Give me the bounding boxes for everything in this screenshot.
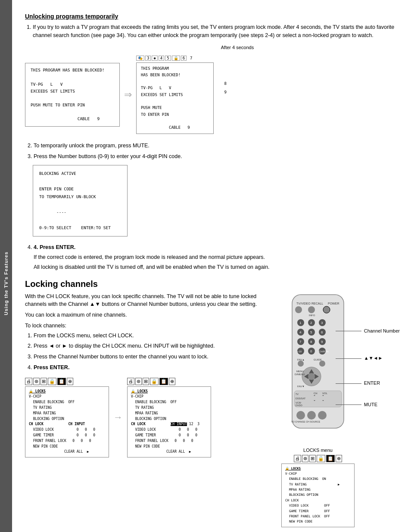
- svg-text:6: 6: [321, 330, 323, 334]
- locks-icons-left: 🖨 ⊛ ⊞ 🔒 📋 ⊕: [25, 378, 109, 385]
- locks-menu-screen: 🔒 LOCKS V-CHIP ENABLE BLOCKING ON TV RAT…: [281, 464, 355, 527]
- locks-menu-icons: 🖨 ⊛ ⊞ 🔒 📋 ⊕: [275, 455, 361, 462]
- two-col-layout: With the CH LOCK feature, you can lock s…: [25, 292, 398, 532]
- arrow-right-icon: ⇒: [124, 89, 132, 100]
- svg-text:DSS/SAT: DSS/SAT: [296, 397, 306, 400]
- locking-step4-text: Press ENTER.: [34, 364, 69, 370]
- svg-text:D/MENU: D/MENU: [295, 373, 305, 376]
- channel-icon-area: 🎭 3 ✱ 4 5 🔒 6: [136, 56, 187, 61]
- locks-screen-left: 🔒 LOCKS V-CHIP ENABLE BLOCKING OFF TV RA…: [25, 386, 109, 458]
- enter-label: ENTER: [364, 379, 380, 388]
- svg-text:9: 9: [321, 340, 323, 344]
- section2-steps-list: From the LOCKS menu, select CH LOCK. Pre…: [34, 332, 266, 372]
- section1-steps: If you try to watch a TV program that ex…: [33, 23, 398, 40]
- after4seconds-label-wrap: After 4 seconds: [77, 44, 398, 50]
- svg-text:INFO: INFO: [309, 314, 315, 317]
- enter-label-wrap: ENTER: [336, 379, 400, 388]
- section1-step4-list: 4. Press ENTER. If the correct code is e…: [34, 243, 398, 271]
- tv-line-small: THIS PROGRAM HAS BEEN BLOCKED! TV-PG L V…: [141, 65, 209, 131]
- section1-intro-text: If you try to watch a TV program that ex…: [33, 24, 394, 38]
- screens-row: THIS PROGRAM HAS BEEN BLOCKED! TV-PG L V…: [25, 56, 398, 134]
- svg-text:1: 1: [299, 321, 302, 325]
- channel-number-label-wrap: Channel Number: [336, 327, 400, 336]
- step2-text: To temporarily unlock the program, press…: [34, 143, 149, 149]
- section1-step2: To temporarily unlock the program, press…: [34, 142, 398, 150]
- svg-text:5: 5: [310, 330, 312, 334]
- channel-icon-8: 89: [224, 81, 227, 94]
- arrow-label-wrap: ▲▼◄►: [336, 354, 400, 363]
- side-tab: Using the TV's Features: [0, 0, 12, 532]
- step3-text: Press the Number buttons (0-9) to enter …: [34, 153, 182, 159]
- left-col: With the CH LOCK feature, you can lock s…: [25, 292, 266, 532]
- svg-text:8: 8: [310, 340, 312, 344]
- locks-screen-left-wrap: 🖨 ⊛ ⊞ 🔒 📋 ⊕ 🔒 LOCKS V-CHIP: [25, 378, 109, 458]
- mute-label-wrap: MUTE: [336, 401, 400, 409]
- section-unlocking: Unlocking programs temporarily If you tr…: [25, 13, 398, 271]
- locking-step1-text: From the LOCKS menu, select CH LOCK.: [34, 333, 134, 339]
- section1-step4: 4. Press ENTER. If the correct code is e…: [34, 243, 398, 271]
- section2-step4: Press ENTER.: [34, 364, 266, 372]
- mute-label: MUTE: [364, 401, 377, 409]
- svg-point-41: [308, 373, 315, 380]
- side-tab-label: Using the TV's Features: [3, 251, 9, 315]
- tv-screen-blocked-small: THIS PROGRAM HAS BEEN BLOCKED! TV-PG L V…: [136, 62, 214, 134]
- svg-text:3: 3: [321, 321, 323, 325]
- svg-text:+10: +10: [297, 350, 302, 353]
- blocking-active-screen: BLOCKING ACTIVE ENTER PIN CODE TO TEMPOR…: [33, 165, 128, 236]
- svg-point-56: [296, 411, 305, 420]
- svg-text:0: 0: [310, 349, 312, 353]
- locks-menu-right-wrap: LOCKS menu 🖨 ⊛ ⊞ 🔒 📋 ⊕ 🔒 LO: [275, 448, 361, 532]
- svg-text:4: 4: [299, 330, 302, 334]
- section2-max: You can lock a maximum of nine channels.: [25, 311, 266, 319]
- locks-icons-right: 🖨 ⊛ ⊞ 🔒 📋 ⊕: [127, 378, 211, 385]
- locking-step2-text: Press ◄ or ► to display the CH LOCK menu…: [34, 343, 215, 349]
- tv-line: THIS PROGRAM HAS BEEN BLOCKED! TV-PG L V…: [31, 67, 114, 122]
- svg-text:TV: TV: [296, 393, 299, 395]
- section-locking: Locking channels With the CH LOCK featur…: [25, 279, 398, 532]
- section1-step1: If you try to watch a TV program that ex…: [33, 23, 398, 40]
- svg-text:7: 7: [299, 340, 302, 344]
- blocking-line: BLOCKING ACTIVE ENTER PIN CODE TO TEMPOR…: [39, 170, 121, 232]
- locks-screens-row: 🖨 ⊛ ⊞ 🔒 📋 ⊕ 🔒 LOCKS V-CHIP: [25, 378, 266, 458]
- step4-detail2: All locking is disabled until the TV is …: [34, 263, 398, 271]
- right-col: TV/VIDEO RECALL POWER INFO 1: [275, 292, 361, 532]
- section2-to-lock: To lock channels:: [25, 322, 266, 330]
- svg-text:MENU: MENU: [296, 370, 304, 373]
- svg-point-5: [308, 306, 315, 313]
- channel-icons-top: 🎭 3 ✱ 4 5 🔒 6 7: [136, 56, 214, 61]
- svg-text:CH: CH: [314, 392, 318, 395]
- arrow-label: ▲▼◄►: [364, 354, 383, 363]
- svg-text:TO CHANGE CH SOURCE: TO CHANGE CH SOURCE: [291, 420, 320, 423]
- step4-label: 4. Press ENTER.: [34, 244, 75, 250]
- main-content: Unlocking programs temporarily If you tr…: [12, 0, 411, 532]
- section2-title: Locking channels: [25, 279, 398, 289]
- channel-number-label: Channel Number: [364, 327, 400, 336]
- svg-point-6: [323, 306, 330, 313]
- svg-point-34: [298, 361, 304, 367]
- svg-point-35: [319, 361, 325, 367]
- locks-screen-right: 🔒 LOCKS V-CHIP ENABLE BLOCKING OFF TV RA…: [127, 386, 211, 458]
- step4-detail1: If the correct code is entered, the prog…: [34, 253, 398, 261]
- svg-text:TV/VIDEO: TV/VIDEO: [296, 302, 311, 305]
- svg-text:RECALL: RECALL: [311, 302, 323, 305]
- section1-steps-2-3: To temporarily unlock the program, press…: [34, 142, 398, 161]
- locks-menu-label: LOCKS menu: [275, 448, 361, 453]
- svg-point-58: [318, 411, 327, 420]
- channel-icon-right: 7: [190, 56, 192, 60]
- svg-text:2: 2: [310, 321, 312, 325]
- section1-title: Unlocking programs temporarily: [25, 13, 398, 20]
- svg-point-4: [295, 306, 302, 313]
- section2-step3: Press the Channel Number buttons to ente…: [34, 353, 266, 361]
- svg-point-57: [307, 411, 316, 420]
- locking-step3-text: Press the Channel Number buttons to ente…: [34, 354, 209, 360]
- after4seconds-label: After 4 seconds: [221, 45, 254, 50]
- svg-text:FAV▼: FAV▼: [297, 385, 305, 388]
- svg-text:CH/RTN: CH/RTN: [319, 350, 329, 353]
- svg-text:VOL: VOL: [322, 392, 328, 395]
- after4sec-area: 🎭 3 ✱ 4 5 🔒 6 7 THIS PROGRAM: [136, 56, 214, 134]
- tv-screen-blocked: THIS PROGRAM HAS BEEN BLOCKED! TV-PG L V…: [25, 63, 120, 126]
- remote-wrap: TV/VIDEO RECALL POWER INFO 1: [275, 292, 361, 439]
- svg-text:DVDO: DVDO: [296, 404, 303, 407]
- section2-intro: With the CH LOCK feature, you can lock s…: [25, 292, 266, 309]
- remote-labels: Channel Number ▲▼◄► ENTER: [336, 327, 400, 409]
